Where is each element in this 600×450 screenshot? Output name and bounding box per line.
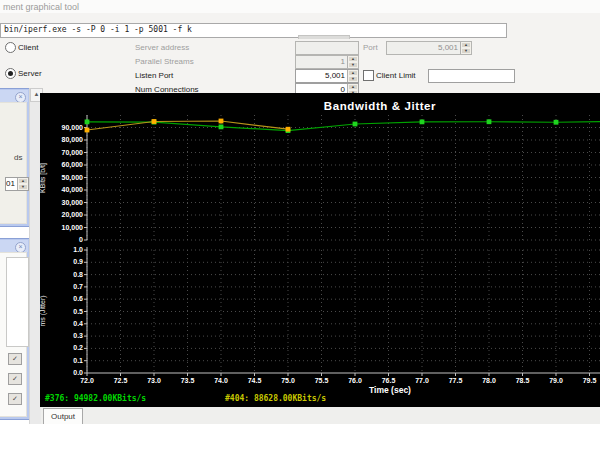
y-tick-label: 30,000 xyxy=(40,199,83,206)
y-tick-label: 40,000 xyxy=(40,186,83,193)
sidebar-spinner-value: 01 xyxy=(6,178,17,190)
y-tick-label: 0.7 xyxy=(40,283,83,290)
parallel-streams-spinner-buttons[interactable]: ▲▼ xyxy=(347,56,358,68)
y-tick-label: 1.0 xyxy=(40,246,83,253)
sidebar-spinner-buttons[interactable]: ▲▼ xyxy=(17,178,28,190)
x-tick-label: 79.0 xyxy=(541,377,571,384)
iperf-command-text: bin/iperf.exe -s -P 0 -i 1 -p 5001 -f k xyxy=(4,25,192,34)
x-tick-label: 75.0 xyxy=(273,377,303,384)
x-tick-label: 76.5 xyxy=(374,377,404,384)
x-tick-label: 78.5 xyxy=(508,377,538,384)
x-tick-label: 77.5 xyxy=(441,377,471,384)
port-spinner-buttons[interactable]: ▲▼ xyxy=(460,42,471,54)
y-tick-label: 10,000 xyxy=(40,224,83,231)
sidebar-spinner[interactable]: 01 ▲▼ xyxy=(5,177,29,191)
y-tick-label: 0.1 xyxy=(40,357,83,364)
parallel-streams-spinner[interactable]: 1 ▲▼ xyxy=(295,55,359,69)
listen-port-label: Listen Port xyxy=(135,71,173,80)
port-value: 5,001 xyxy=(387,42,460,54)
y-tick-label: 90,000 xyxy=(40,124,83,131)
sidebar-panel-bottom: × ✓ ✓ ✓ xyxy=(0,238,30,420)
spinner-down-icon[interactable]: ▼ xyxy=(348,76,358,82)
sidebar-panel-top: × ds 01 ▲▼ xyxy=(0,88,30,227)
combo-dropdown-button[interactable]: ✓ xyxy=(8,393,22,405)
client-limit-checkbox[interactable] xyxy=(363,70,374,81)
server-radio[interactable] xyxy=(5,68,16,79)
x-tick-label: 73.5 xyxy=(173,377,203,384)
sidebar-fragment-text: ds xyxy=(14,153,22,162)
chart-plot-area xyxy=(40,93,600,407)
server-radio-label: Server xyxy=(18,69,42,78)
y-tick-label: 0.9 xyxy=(40,258,83,265)
x-tick-label: 74.5 xyxy=(240,377,270,384)
x-tick-label: 78.0 xyxy=(474,377,504,384)
client-limit-input[interactable] xyxy=(428,69,515,83)
spinner-down-icon[interactable]: ▼ xyxy=(461,48,471,54)
y-tick-label: 20,000 xyxy=(40,211,83,218)
tab-output[interactable]: Output xyxy=(43,408,83,425)
x-tick-label: 76.0 xyxy=(340,377,370,384)
legend-item: #404: 88628.00KBits/s xyxy=(225,394,326,403)
output-console xyxy=(41,424,600,438)
y-tick-label: 0.3 xyxy=(40,332,83,339)
combo-dropdown-button[interactable]: ✓ xyxy=(8,353,22,365)
radio-selected-dot xyxy=(8,71,13,76)
x-tick-label: 75.5 xyxy=(307,377,337,384)
bandwidth-jitter-chart: Bandwidth & Jitter KBits [b/t] ms (Jitte… xyxy=(40,93,600,407)
output-tab-strip: Output xyxy=(41,407,600,425)
spinner-down-icon[interactable]: ▼ xyxy=(348,62,358,68)
x-tick-label: 73.0 xyxy=(139,377,169,384)
y-tick-label: 0.8 xyxy=(40,271,83,278)
y-tick-label: 0.6 xyxy=(40,295,83,302)
server-address-label: Server address xyxy=(135,43,189,52)
client-limit-label: Client Limit xyxy=(376,71,416,80)
partial-widget xyxy=(298,35,350,39)
y-tick-label: 80,000 xyxy=(40,136,83,143)
parallel-streams-value: 1 xyxy=(296,56,347,68)
iperf-command-input[interactable]: bin/iperf.exe -s -P 0 -i 1 -p 5001 -f k xyxy=(0,23,507,38)
window-title: ment graphical tool xyxy=(3,2,79,12)
x-tick-label: 74.0 xyxy=(206,377,236,384)
spinner-down-icon[interactable]: ▼ xyxy=(18,184,28,190)
y-tick-label: 70,000 xyxy=(40,149,83,156)
sidebar-inner-box xyxy=(6,257,29,347)
y-tick-label: 50,000 xyxy=(40,174,83,181)
listen-port-spinner[interactable]: 5,001 ▲▼ xyxy=(295,69,359,83)
legend-item: #376: 94982.00KBits/s xyxy=(45,394,146,403)
combo-dropdown-button[interactable]: ✓ xyxy=(8,373,22,385)
title-bar: ment graphical tool xyxy=(0,0,600,14)
y-tick-label: 0 xyxy=(40,236,83,243)
chart-legend: #376: 94982.00KBits/s#404: 88628.00KBits… xyxy=(40,393,600,407)
x-tick-label: 72.5 xyxy=(106,377,136,384)
listen-port-spinner-buttons[interactable]: ▲▼ xyxy=(347,70,358,82)
x-tick-label: 77.0 xyxy=(407,377,437,384)
port-label: Port xyxy=(363,43,378,52)
listen-port-value: 5,001 xyxy=(296,70,347,82)
y-tick-label: 0.2 xyxy=(40,344,83,351)
client-radio[interactable] xyxy=(5,42,16,53)
y-tick-label: 0.5 xyxy=(40,308,83,315)
client-radio-label: Client xyxy=(18,43,38,52)
y-tick-label: 0.4 xyxy=(40,320,83,327)
y-tick-label: 0.0 xyxy=(40,369,83,376)
port-spinner[interactable]: 5,001 ▲▼ xyxy=(386,41,472,55)
x-tick-label: 79.5 xyxy=(575,377,600,384)
x-tick-label: 72.0 xyxy=(72,377,102,384)
y-tick-label: 60,000 xyxy=(40,161,83,168)
sidebar-panel-body xyxy=(0,102,27,224)
parallel-streams-label: Parallel Streams xyxy=(135,57,194,66)
server-address-input[interactable] xyxy=(295,41,359,55)
